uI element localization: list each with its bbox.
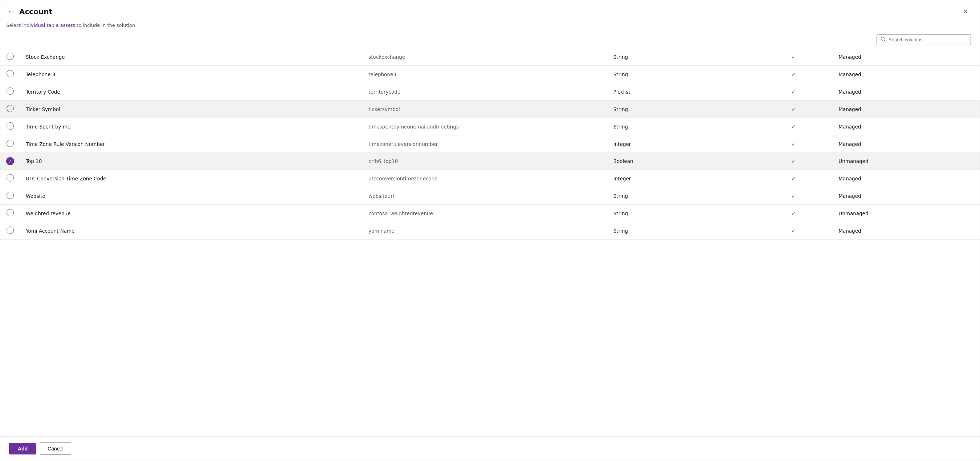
row-checkbox-cell[interactable]	[0, 83, 20, 100]
row-display-name: Time Spent by me	[20, 118, 363, 135]
search-input[interactable]	[889, 37, 967, 43]
table-row[interactable]: Ticker SymboltickersymbolString✓Managed	[0, 100, 980, 118]
row-display-name: UTC Conversion Time Zone Code	[20, 170, 363, 187]
table-row[interactable]: Stock ExchangestockexchangeString✓Manage…	[0, 48, 980, 66]
checkbox-unchecked[interactable]	[6, 192, 14, 199]
add-button[interactable]: Add	[9, 443, 36, 455]
checkbox-unchecked[interactable]	[6, 209, 14, 216]
toolbar	[0, 32, 980, 48]
table-row[interactable]: Territory CodeterritorycodePicklist✓Mana…	[0, 83, 980, 100]
row-has-check: ✓	[754, 83, 833, 100]
checkbox-unchecked[interactable]	[6, 227, 14, 234]
row-logical-name: telephone3	[363, 66, 608, 83]
row-has-check: ✓	[754, 66, 833, 83]
row-managed-status: Managed	[833, 187, 980, 205]
row-display-name: Top 10	[20, 153, 363, 170]
row-managed-status: Managed	[833, 135, 980, 153]
row-type: Boolean	[608, 153, 755, 170]
row-has-check: ✓	[754, 187, 833, 205]
row-type: Integer	[608, 170, 755, 187]
checkbox-unchecked[interactable]	[6, 122, 14, 130]
checkbox-unchecked[interactable]	[6, 70, 14, 77]
row-type: String	[608, 66, 755, 83]
dialog-title: Account	[19, 7, 52, 16]
row-checkbox-cell[interactable]	[0, 135, 20, 153]
row-display-name: Ticker Symbol	[20, 100, 363, 118]
table-row[interactable]: Weighted revenuecontoso_weightedrevenueS…	[0, 205, 980, 222]
row-logical-name: stockexchange	[363, 48, 608, 66]
checkbox-unchecked[interactable]	[6, 87, 14, 95]
check-icon: ✓	[792, 72, 796, 77]
row-logical-name: yominame	[363, 222, 608, 240]
row-display-name: Telephone 3	[20, 66, 363, 83]
row-managed-status: Managed	[833, 83, 980, 100]
row-has-check: ✓	[754, 135, 833, 153]
table-row[interactable]: Time Zone Rule Version Numbertimezonerul…	[0, 135, 980, 153]
check-icon: ✓	[792, 193, 796, 199]
table-row[interactable]: Time Spent by metimespentbymeonemailandm…	[0, 118, 980, 135]
row-type: Picklist	[608, 83, 755, 100]
header-left: ← Account	[6, 6, 52, 17]
checkbox-unchecked[interactable]	[6, 52, 14, 60]
row-logical-name: utcconversiontimezonecode	[363, 170, 608, 187]
row-has-check: ✓	[754, 170, 833, 187]
table-row[interactable]: Yomi Account NameyominameString✓Managed	[0, 222, 980, 240]
row-checkbox-cell[interactable]	[0, 222, 20, 240]
check-icon: ✓	[792, 228, 796, 234]
table-row[interactable]: UTC Conversion Time Zone Codeutcconversi…	[0, 170, 980, 187]
row-has-check: ✓	[754, 48, 833, 66]
cancel-button[interactable]: Cancel	[40, 442, 71, 455]
row-has-check: ✓	[754, 118, 833, 135]
row-managed-status: Managed	[833, 170, 980, 187]
row-managed-status: Unmanaged	[833, 153, 980, 170]
close-button[interactable]: ✕	[960, 6, 971, 17]
checkbox-checked[interactable]	[6, 157, 14, 165]
checkbox-unchecked[interactable]	[6, 105, 14, 112]
subtitle-after: to include in the solution.	[75, 22, 137, 28]
table-row[interactable]: WebsitewebsiteurlString✓Managed	[0, 187, 980, 205]
checkbox-unchecked[interactable]	[6, 174, 14, 181]
row-logical-name: timespentbymeonemailandmeetings	[363, 118, 608, 135]
row-checkbox-cell[interactable]	[0, 100, 20, 118]
row-has-check: ✓	[754, 222, 833, 240]
check-icon: ✓	[792, 158, 796, 164]
back-button[interactable]: ←	[6, 6, 16, 17]
check-icon: ✓	[792, 54, 796, 60]
row-display-name: Yomi Account Name	[20, 222, 363, 240]
row-checkbox-cell[interactable]	[0, 66, 20, 83]
dialog-footer: Add Cancel	[0, 436, 980, 461]
row-checkbox-cell[interactable]	[0, 170, 20, 187]
row-checkbox-cell[interactable]	[0, 118, 20, 135]
row-logical-name: contoso_weightedrevenue	[363, 205, 608, 222]
row-checkbox-cell[interactable]	[0, 153, 20, 170]
subtitle-before: Select	[6, 22, 22, 28]
account-dialog: ← Account ✕ Select individual table asse…	[0, 0, 980, 461]
dialog-header: ← Account ✕	[0, 0, 980, 20]
close-icon: ✕	[963, 8, 968, 16]
row-logical-name: crfb6_top10	[363, 153, 608, 170]
search-box[interactable]	[877, 35, 971, 45]
svg-line-1	[884, 40, 885, 41]
table-row[interactable]: Telephone 3telephone3String✓Managed	[0, 66, 980, 83]
row-has-check: ✓	[754, 153, 833, 170]
row-logical-name: timezoneruleversionnumber	[363, 135, 608, 153]
row-checkbox-cell[interactable]	[0, 187, 20, 205]
check-icon: ✓	[792, 107, 796, 112]
subtitle-highlight: individual table assets	[22, 22, 75, 28]
row-display-name: Time Zone Rule Version Number	[20, 135, 363, 153]
check-icon: ✓	[792, 211, 796, 216]
table-row[interactable]: Top 10crfb6_top10Boolean✓Unmanaged	[0, 153, 980, 170]
row-display-name: Stock Exchange	[20, 48, 363, 66]
checkbox-unchecked[interactable]	[6, 140, 14, 147]
check-icon: ✓	[792, 124, 796, 130]
back-icon: ←	[8, 8, 14, 16]
row-checkbox-cell[interactable]	[0, 48, 20, 66]
row-managed-status: Managed	[833, 48, 980, 66]
row-type: String	[608, 48, 755, 66]
check-icon: ✓	[792, 141, 796, 147]
row-checkbox-cell[interactable]	[0, 205, 20, 222]
check-icon: ✓	[792, 176, 796, 181]
table-container: Stock ExchangestockexchangeString✓Manage…	[0, 48, 980, 436]
row-display-name: Website	[20, 187, 363, 205]
check-icon: ✓	[792, 89, 796, 95]
